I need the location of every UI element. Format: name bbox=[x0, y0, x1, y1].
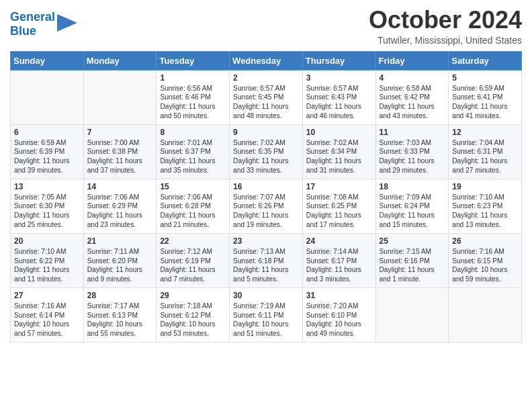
cell-info: Sunrise: 7:14 AMSunset: 6:17 PMDaylight:… bbox=[306, 247, 372, 284]
day-number: 13 bbox=[14, 182, 80, 191]
calendar-cell: 15Sunrise: 7:06 AMSunset: 6:28 PMDayligh… bbox=[157, 179, 230, 233]
calendar-cell: 25Sunrise: 7:15 AMSunset: 6:16 PMDayligh… bbox=[375, 233, 449, 287]
logo-general: General bbox=[10, 10, 55, 24]
cell-info: Sunrise: 6:57 AMSunset: 6:43 PMDaylight:… bbox=[306, 84, 372, 121]
calendar-cell: 3Sunrise: 6:57 AMSunset: 6:43 PMDaylight… bbox=[302, 70, 375, 124]
day-number: 22 bbox=[160, 236, 226, 246]
calendar-cell: 24Sunrise: 7:14 AMSunset: 6:17 PMDayligh… bbox=[302, 233, 375, 287]
day-number: 14 bbox=[87, 182, 153, 191]
day-number: 25 bbox=[380, 236, 445, 246]
day-number: 21 bbox=[87, 236, 153, 246]
day-number: 15 bbox=[160, 182, 226, 191]
calendar-cell: 7Sunrise: 7:00 AMSunset: 6:38 PMDaylight… bbox=[83, 124, 157, 179]
day-header-sunday: Sunday bbox=[11, 51, 84, 70]
day-number: 29 bbox=[160, 291, 226, 300]
cell-info: Sunrise: 7:15 AMSunset: 6:16 PMDaylight:… bbox=[380, 247, 445, 284]
day-number: 16 bbox=[233, 182, 299, 191]
calendar-cell: 8Sunrise: 7:01 AMSunset: 6:37 PMDaylight… bbox=[157, 124, 230, 179]
day-number: 10 bbox=[306, 128, 372, 137]
logo: General Blue bbox=[10, 7, 77, 38]
day-number: 19 bbox=[452, 182, 518, 191]
week-row-4: 20Sunrise: 7:10 AMSunset: 6:22 PMDayligh… bbox=[11, 233, 522, 287]
calendar-cell: 23Sunrise: 7:13 AMSunset: 6:18 PMDayligh… bbox=[230, 233, 303, 287]
day-number: 5 bbox=[452, 73, 518, 83]
day-header-saturday: Saturday bbox=[449, 51, 522, 70]
cell-info: Sunrise: 7:02 AMSunset: 6:35 PMDaylight:… bbox=[233, 138, 299, 175]
calendar-table: SundayMondayTuesdayWednesdayThursdayFrid… bbox=[10, 51, 522, 342]
week-row-1: 1Sunrise: 6:56 AMSunset: 6:46 PMDaylight… bbox=[11, 70, 522, 124]
calendar-cell: 13Sunrise: 7:05 AMSunset: 6:30 PMDayligh… bbox=[11, 179, 84, 233]
cell-info: Sunrise: 7:02 AMSunset: 6:34 PMDaylight:… bbox=[306, 138, 372, 175]
calendar-cell: 27Sunrise: 7:16 AMSunset: 6:14 PMDayligh… bbox=[11, 287, 84, 342]
calendar-cell: 1Sunrise: 6:56 AMSunset: 6:46 PMDaylight… bbox=[157, 70, 230, 124]
day-number: 8 bbox=[160, 128, 226, 137]
day-number: 24 bbox=[306, 236, 372, 246]
cell-info: Sunrise: 7:06 AMSunset: 6:28 PMDaylight:… bbox=[160, 193, 226, 230]
calendar-cell: 22Sunrise: 7:12 AMSunset: 6:19 PMDayligh… bbox=[157, 233, 230, 287]
cell-info: Sunrise: 7:19 AMSunset: 6:11 PMDaylight:… bbox=[233, 302, 299, 338]
cell-info: Sunrise: 7:08 AMSunset: 6:25 PMDaylight:… bbox=[306, 193, 372, 230]
calendar-cell: 10Sunrise: 7:02 AMSunset: 6:34 PMDayligh… bbox=[302, 124, 375, 179]
day-number: 26 bbox=[452, 236, 518, 246]
cell-info: Sunrise: 6:58 AMSunset: 6:42 PMDaylight:… bbox=[380, 84, 445, 121]
calendar-cell: 5Sunrise: 6:59 AMSunset: 6:41 PMDaylight… bbox=[449, 70, 522, 124]
calendar-cell: 18Sunrise: 7:09 AMSunset: 6:24 PMDayligh… bbox=[375, 179, 449, 233]
day-number: 6 bbox=[14, 128, 80, 137]
calendar-page: General Blue October 2024 Tutwiler, Miss… bbox=[0, 0, 532, 353]
calendar-cell: 14Sunrise: 7:06 AMSunset: 6:29 PMDayligh… bbox=[83, 179, 157, 233]
cell-info: Sunrise: 7:12 AMSunset: 6:19 PMDaylight:… bbox=[160, 247, 226, 284]
cell-info: Sunrise: 7:16 AMSunset: 6:14 PMDaylight:… bbox=[14, 302, 80, 338]
calendar-cell: 30Sunrise: 7:19 AMSunset: 6:11 PMDayligh… bbox=[230, 287, 303, 342]
day-number: 1 bbox=[160, 73, 226, 83]
cell-info: Sunrise: 7:00 AMSunset: 6:38 PMDaylight:… bbox=[87, 138, 153, 175]
calendar-cell: 6Sunrise: 6:59 AMSunset: 6:39 PMDaylight… bbox=[11, 124, 84, 179]
cell-info: Sunrise: 6:59 AMSunset: 6:41 PMDaylight:… bbox=[452, 84, 518, 121]
day-number: 12 bbox=[452, 128, 518, 137]
title-area: October 2024 Tutwiler, Mississippi, Unit… bbox=[369, 7, 522, 46]
cell-info: Sunrise: 7:20 AMSunset: 6:10 PMDaylight:… bbox=[306, 302, 372, 338]
logo-blue: Blue bbox=[10, 24, 55, 38]
day-number: 31 bbox=[306, 291, 372, 300]
calendar-cell bbox=[449, 287, 522, 342]
header: General Blue October 2024 Tutwiler, Miss… bbox=[10, 7, 522, 46]
calendar-cell: 17Sunrise: 7:08 AMSunset: 6:25 PMDayligh… bbox=[302, 179, 375, 233]
cell-info: Sunrise: 7:03 AMSunset: 6:33 PMDaylight:… bbox=[380, 138, 445, 175]
day-number: 28 bbox=[87, 291, 153, 300]
calendar-cell bbox=[11, 70, 84, 124]
day-number: 7 bbox=[87, 128, 153, 137]
day-header-monday: Monday bbox=[83, 51, 157, 70]
logo-icon bbox=[57, 14, 77, 32]
week-row-2: 6Sunrise: 6:59 AMSunset: 6:39 PMDaylight… bbox=[11, 124, 522, 179]
calendar-cell: 31Sunrise: 7:20 AMSunset: 6:10 PMDayligh… bbox=[302, 287, 375, 342]
cell-info: Sunrise: 6:56 AMSunset: 6:46 PMDaylight:… bbox=[160, 84, 226, 121]
cell-info: Sunrise: 7:09 AMSunset: 6:24 PMDaylight:… bbox=[380, 193, 445, 230]
cell-info: Sunrise: 6:59 AMSunset: 6:39 PMDaylight:… bbox=[14, 138, 80, 175]
day-number: 3 bbox=[306, 73, 372, 83]
cell-info: Sunrise: 7:10 AMSunset: 6:22 PMDaylight:… bbox=[14, 247, 80, 284]
calendar-cell: 12Sunrise: 7:04 AMSunset: 6:31 PMDayligh… bbox=[449, 124, 522, 179]
svg-marker-0 bbox=[57, 14, 77, 32]
day-number: 20 bbox=[14, 236, 80, 246]
calendar-cell: 26Sunrise: 7:16 AMSunset: 6:15 PMDayligh… bbox=[449, 233, 522, 287]
day-number: 30 bbox=[233, 291, 299, 300]
calendar-cell: 4Sunrise: 6:58 AMSunset: 6:42 PMDaylight… bbox=[375, 70, 449, 124]
location: Tutwiler, Mississippi, United States bbox=[369, 35, 522, 46]
month-title: October 2024 bbox=[369, 7, 522, 34]
day-number: 4 bbox=[380, 73, 445, 83]
logo-text: General Blue bbox=[10, 10, 55, 38]
logo-text-block: General Blue bbox=[10, 10, 77, 38]
day-number: 9 bbox=[233, 128, 299, 137]
cell-info: Sunrise: 7:16 AMSunset: 6:15 PMDaylight:… bbox=[452, 247, 518, 284]
day-header-tuesday: Tuesday bbox=[157, 51, 230, 70]
calendar-cell: 21Sunrise: 7:11 AMSunset: 6:20 PMDayligh… bbox=[83, 233, 157, 287]
calendar-cell: 19Sunrise: 7:10 AMSunset: 6:23 PMDayligh… bbox=[449, 179, 522, 233]
calendar-cell: 29Sunrise: 7:18 AMSunset: 6:12 PMDayligh… bbox=[157, 287, 230, 342]
calendar-cell: 2Sunrise: 6:57 AMSunset: 6:45 PMDaylight… bbox=[230, 70, 303, 124]
cell-info: Sunrise: 7:07 AMSunset: 6:26 PMDaylight:… bbox=[233, 193, 299, 230]
cell-info: Sunrise: 7:10 AMSunset: 6:23 PMDaylight:… bbox=[452, 193, 518, 230]
day-number: 23 bbox=[233, 236, 299, 246]
calendar-cell: 11Sunrise: 7:03 AMSunset: 6:33 PMDayligh… bbox=[375, 124, 449, 179]
cell-info: Sunrise: 7:05 AMSunset: 6:30 PMDaylight:… bbox=[14, 193, 80, 230]
day-header-friday: Friday bbox=[375, 51, 449, 70]
day-number: 11 bbox=[380, 128, 445, 137]
